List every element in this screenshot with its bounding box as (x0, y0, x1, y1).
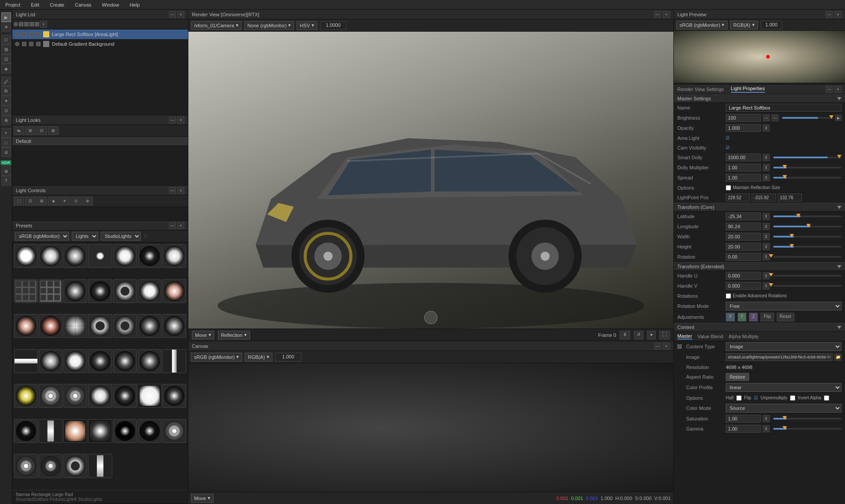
preset-thumb-15[interactable] (39, 314, 62, 338)
preset-thumb-23[interactable] (63, 349, 87, 373)
play-pause-btn[interactable]: ⏸ (620, 331, 630, 340)
preview-value[interactable]: 1.000 (760, 21, 783, 29)
preset-thumb-32[interactable] (113, 384, 137, 408)
width-input[interactable] (726, 233, 761, 241)
saturation-input[interactable] (726, 415, 761, 423)
ctrl-btn-2[interactable]: ⊡ (25, 197, 36, 205)
preset-thumb-9[interactable] (63, 279, 87, 303)
ctrl-btn-4[interactable]: ◈ (48, 197, 59, 205)
dolly-mult-input[interactable] (726, 164, 761, 172)
tool-7[interactable]: 🖊 (1, 77, 11, 86)
longitude-spinner[interactable]: ⇕ (763, 223, 770, 230)
light-looks-close[interactable]: × (177, 117, 184, 124)
ctrl-btn-3[interactable]: ⊞ (37, 197, 47, 205)
presets-subcategory-select[interactable]: StudioLights (101, 232, 141, 241)
preview-colorspace-dropdown[interactable]: sRGB (rgbMonitor) ▾ (676, 21, 727, 29)
content-tab-master[interactable]: Master (677, 333, 692, 340)
light-list-tool-2[interactable] (19, 22, 23, 26)
light-list-tool-5[interactable] (35, 22, 39, 26)
preset-thumb-8[interactable] (39, 279, 62, 303)
preset-thumb-19[interactable] (138, 314, 162, 338)
adj-reset-btn[interactable]: Reset (777, 313, 794, 321)
section-master-toggle[interactable] (837, 97, 841, 100)
menu-create[interactable]: Create (48, 1, 66, 8)
tool-10[interactable]: ⊙ (1, 106, 11, 115)
lp-z-input[interactable] (778, 194, 802, 201)
preset-thumb-39[interactable] (113, 419, 137, 443)
preset-thumb-4[interactable] (113, 244, 137, 268)
ctrl-btn-5[interactable]: ☀ (59, 197, 70, 205)
preset-thumb-28[interactable] (14, 384, 38, 408)
light-list-item-0[interactable]: Large Rect Softbox [AreaLight] (12, 29, 188, 39)
preset-thumb-17[interactable] (88, 314, 112, 338)
brightness-input[interactable] (726, 114, 761, 122)
brightness-slider[interactable] (782, 117, 834, 119)
preset-thumb-1[interactable] (39, 244, 62, 268)
props-close[interactable]: × (834, 86, 841, 93)
preset-thumb-44[interactable] (63, 454, 87, 478)
latitude-input[interactable] (726, 212, 761, 220)
enable-adv-rotations-checkbox[interactable] (726, 293, 731, 299)
preset-thumb-0[interactable] (14, 244, 38, 268)
preset-thumb-25[interactable] (113, 349, 137, 373)
menu-project[interactable]: Project (4, 1, 22, 8)
tool-13[interactable]: □ (1, 138, 11, 147)
tool-14[interactable]: ⊘ (1, 147, 11, 157)
menu-help[interactable]: Help (128, 1, 142, 8)
preset-thumb-29[interactable] (39, 384, 62, 408)
presets-favorite-btn[interactable]: ♡ (143, 234, 148, 239)
looks-tool-3[interactable]: ⊡ (37, 126, 47, 135)
canvas-value[interactable]: 1.000 (275, 353, 301, 362)
preset-thumb-16[interactable] (63, 314, 87, 338)
spread-input[interactable] (726, 174, 761, 182)
image-browse-btn[interactable]: 📁 (834, 354, 841, 361)
canvas-move-dropdown[interactable]: Move ▾ (191, 494, 213, 503)
lp-y-input[interactable] (752, 194, 776, 201)
handle-u-slider[interactable] (773, 275, 841, 277)
canvas-minimize[interactable]: — (654, 343, 661, 350)
unpremultiply-checkbox[interactable] (790, 395, 795, 401)
light-list-close-btn[interactable]: × (40, 21, 47, 28)
latitude-spinner[interactable]: ⇕ (763, 213, 770, 220)
maintain-reflection-checkbox[interactable] (726, 185, 731, 190)
looks-tool-4[interactable]: ⊠ (48, 126, 59, 135)
tool-help[interactable]: ? (1, 176, 11, 186)
tool-12[interactable]: × (1, 128, 11, 138)
gamma-input[interactable] (726, 425, 761, 433)
dolly-mult-slider[interactable] (773, 167, 841, 168)
render-expand-btn[interactable]: ⛶ (659, 331, 670, 340)
preset-thumb-10[interactable] (88, 279, 112, 303)
light-list-minimize[interactable]: — (169, 11, 176, 18)
preset-thumb-40[interactable] (138, 419, 162, 443)
gamma-spinner[interactable]: ⇕ (763, 425, 770, 432)
spread-spinner[interactable]: ⇕ (763, 174, 770, 181)
preset-thumb-2[interactable] (63, 244, 87, 268)
move-dropdown[interactable]: Move ▾ (192, 331, 214, 340)
preset-thumb-35[interactable] (14, 419, 38, 443)
tool-hdr2[interactable]: ⊛ (1, 166, 11, 176)
tool-5[interactable]: ⊡ (1, 54, 11, 64)
render-view-minimize[interactable]: — (654, 11, 661, 18)
adj-x-btn[interactable]: X (726, 313, 735, 321)
preset-thumb-34[interactable] (162, 384, 186, 408)
preset-thumb-41[interactable] (162, 419, 186, 443)
preset-thumb-38[interactable] (88, 419, 112, 443)
height-slider[interactable] (773, 246, 841, 248)
canvas-channel-dropdown[interactable]: RGB(A) ▾ (245, 353, 272, 362)
image-path-input[interactable] (726, 353, 833, 361)
preset-thumb-21[interactable] (14, 349, 38, 373)
tool-4[interactable]: ⊞ (1, 44, 11, 54)
light-list-tool-4[interactable] (29, 22, 34, 26)
play-btn[interactable]: ↺ (634, 331, 643, 340)
preset-thumb-12[interactable] (138, 279, 162, 303)
preset-thumb-5[interactable] (138, 244, 162, 268)
preset-thumb-42[interactable] (14, 454, 38, 478)
tool-8[interactable]: ⧉ (1, 86, 11, 96)
light-list-item-1[interactable]: Default Gradient Background (12, 39, 188, 49)
preset-thumb-13[interactable] (162, 279, 186, 303)
light-preview-minimize[interactable]: — (826, 11, 833, 18)
smart-dolly-spinner[interactable]: ⇕ (763, 154, 770, 161)
adj-y-btn[interactable]: Y (738, 313, 747, 321)
colorspace-dropdown[interactable]: None (rgbMonitor) ▾ (244, 21, 294, 30)
preset-thumb-31[interactable] (88, 384, 112, 408)
